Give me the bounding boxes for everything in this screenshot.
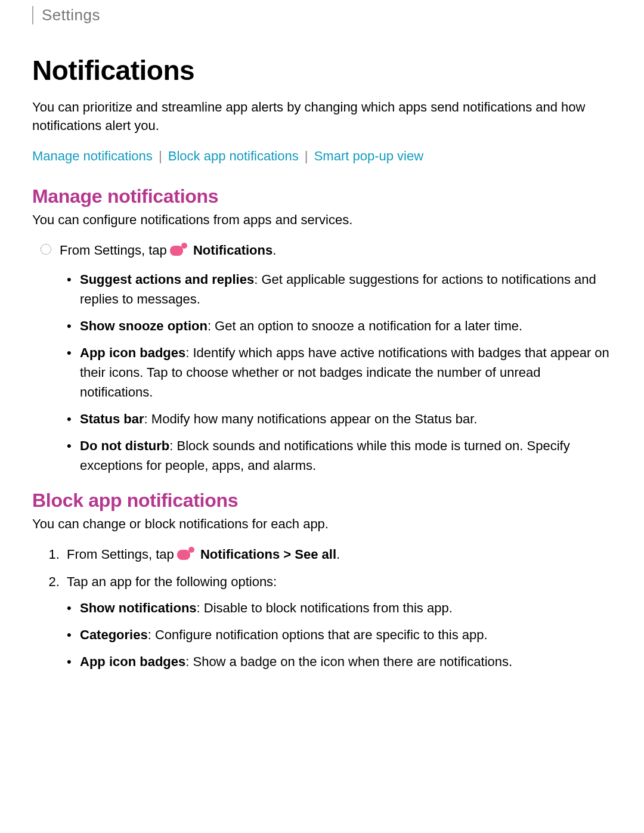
option-item: App icon badges: Show a badge on the ico… [67, 652, 612, 671]
link-smart-popup-view[interactable]: Smart pop-up view [314, 148, 423, 163]
options-list-block: Show notifications: Disable to block not… [32, 598, 612, 671]
notifications-icon [169, 242, 188, 264]
option-term: App icon badges [80, 345, 185, 360]
svg-point-3 [188, 547, 194, 553]
step-item: From Settings, tap Notifications > See a… [63, 544, 612, 568]
step-text: Tap an app for the following options: [67, 574, 277, 589]
step-bold: Notifications > See all [200, 547, 336, 562]
svg-rect-0 [170, 246, 183, 256]
ring-bullet-icon [41, 244, 51, 255]
option-desc: : Modify how many notifications appear o… [144, 411, 478, 426]
instruction-bold: Notifications [193, 243, 273, 258]
option-desc: : Disable to block notifications from th… [197, 600, 453, 615]
option-term: App icon badges [80, 654, 185, 669]
instruction-list: From Settings, tap Notifications. [32, 240, 612, 264]
option-item: Show notifications: Disable to block not… [67, 598, 612, 618]
section-heading-manage: Manage notifications [32, 185, 612, 208]
option-desc: : Show a badge on the icon when there ar… [185, 654, 512, 669]
notifications-icon [177, 546, 196, 568]
instruction-prefix: From Settings, tap [60, 243, 171, 258]
section-intro-manage: You can configure notifications from app… [32, 212, 612, 228]
link-manage-notifications[interactable]: Manage notifications [32, 148, 153, 163]
page-title: Notifications [32, 54, 612, 86]
option-term: Show snooze option [80, 318, 208, 333]
link-separator: | [305, 148, 308, 163]
option-term: Suggest actions and replies [80, 272, 254, 287]
option-item: Suggest actions and replies: Get applica… [67, 270, 612, 309]
option-desc: : Get an option to snooze a notification… [208, 318, 522, 333]
option-item: Status bar: Modify how many notification… [67, 409, 612, 429]
breadcrumb-wrap: Settings [32, 6, 612, 24]
option-term: Do not disturb [80, 438, 169, 453]
option-term: Status bar [80, 411, 144, 426]
link-block-app-notifications[interactable]: Block app notifications [168, 148, 299, 163]
options-list-manage: Suggest actions and replies: Get applica… [32, 270, 612, 475]
steps-list: From Settings, tap Notifications > See a… [32, 544, 612, 592]
anchor-links: Manage notifications | Block app notific… [32, 148, 612, 164]
option-item: Categories: Configure notification optio… [67, 625, 612, 645]
option-item: Do not disturb: Block sounds and notific… [67, 436, 612, 475]
svg-point-1 [181, 243, 187, 249]
instruction-item: From Settings, tap Notifications. [32, 240, 612, 264]
breadcrumb: Settings [42, 6, 100, 24]
option-item: Show snooze option: Get an option to sno… [67, 316, 612, 336]
section-intro-block: You can change or block notifications fo… [32, 516, 612, 532]
link-separator: | [159, 148, 162, 163]
step-suffix: . [336, 547, 340, 562]
step-item: Tap an app for the following options: [63, 571, 612, 592]
intro-text: You can prioritize and streamline app al… [32, 98, 612, 135]
option-term: Categories [80, 627, 148, 642]
step-prefix: From Settings, tap [67, 547, 178, 562]
option-item: App icon badges: Identify which apps hav… [67, 343, 612, 402]
section-heading-block: Block app notifications [32, 490, 612, 512]
option-term: Show notifications [80, 600, 197, 615]
instruction-suffix: . [273, 243, 276, 258]
svg-rect-2 [177, 550, 190, 560]
option-desc: : Configure notification options that ar… [148, 627, 488, 642]
